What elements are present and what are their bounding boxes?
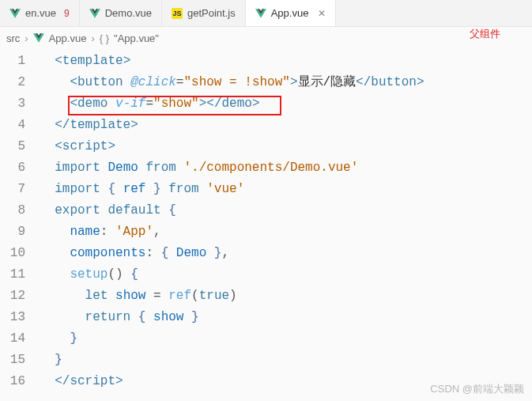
code-line: 7 import { ref } from 'vue' xyxy=(0,179,532,200)
code-line: 13 return { show } xyxy=(0,307,532,328)
annotation-label: 父组件 xyxy=(470,27,500,41)
tab-badge: 9 xyxy=(64,8,70,19)
line-number: 8 xyxy=(0,200,40,221)
chevron-icon: › xyxy=(91,32,94,44)
vue-icon xyxy=(9,9,21,18)
code-line: 6 import Demo from './components/Demo.vu… xyxy=(0,157,532,179)
line-number: 3 xyxy=(0,93,40,115)
line-number: 5 xyxy=(0,136,40,157)
line-number: 6 xyxy=(0,157,40,179)
watermark: CSDN @前端大颖颖 xyxy=(430,382,524,396)
braces-icon: { } xyxy=(100,32,109,44)
vue-icon xyxy=(255,9,266,18)
code-line: 1 <template> xyxy=(0,51,532,72)
code-line: 12 let show = ref(true) xyxy=(0,286,532,307)
line-number: 10 xyxy=(0,243,40,264)
line-number: 16 xyxy=(0,371,40,392)
tab-en-vue[interactable]: en.vue 9 xyxy=(0,0,80,26)
tab-label: en.vue xyxy=(25,7,56,19)
line-number: 7 xyxy=(0,179,40,200)
breadcrumb-root[interactable]: src xyxy=(6,32,20,44)
code-editor[interactable]: 1 <template> 2 <button @click="show = !s… xyxy=(0,49,532,392)
breadcrumb-file[interactable]: App.vue xyxy=(49,32,87,44)
breadcrumb-symbol[interactable]: "App.vue" xyxy=(114,32,159,44)
line-number: 4 xyxy=(0,115,40,136)
line-number: 15 xyxy=(0,350,40,371)
tab-bar: en.vue 9 Demo.vue JS getPoint.js App.vue… xyxy=(0,0,532,27)
code-line: 3 <demo v-if="show"></demo> xyxy=(0,93,532,115)
line-number: 9 xyxy=(0,221,40,243)
line-number: 1 xyxy=(0,51,40,72)
line-number: 11 xyxy=(0,264,40,286)
js-icon: JS xyxy=(172,8,183,19)
tab-getpoint-js[interactable]: JS getPoint.js xyxy=(162,0,246,26)
tab-label: getPoint.js xyxy=(187,7,236,19)
code-line: 9 name: 'App', xyxy=(0,221,532,243)
code-line: 10 components: { Demo }, xyxy=(0,243,532,264)
close-icon[interactable]: ✕ xyxy=(318,8,326,19)
code-line: 15 } xyxy=(0,350,532,371)
tab-label: Demo.vue xyxy=(105,7,152,19)
code-line: 2 <button @click="show = !show">显示/隐藏</b… xyxy=(0,72,532,93)
vue-icon xyxy=(33,33,44,43)
line-number: 2 xyxy=(0,72,40,93)
code-line: 5 <script> xyxy=(0,136,532,157)
tab-label: App.vue xyxy=(271,7,309,19)
tab-app-vue[interactable]: App.vue ✕ xyxy=(246,0,337,26)
code-line: 8 export default { xyxy=(0,200,532,221)
line-number: 12 xyxy=(0,286,40,307)
tab-demo-vue[interactable]: Demo.vue xyxy=(80,0,162,26)
line-number: 13 xyxy=(0,307,40,328)
code-line: 14 } xyxy=(0,328,532,350)
code-line: 4 </template> xyxy=(0,115,532,136)
code-line: 11 setup() { xyxy=(0,264,532,286)
line-number: 14 xyxy=(0,328,40,350)
breadcrumb: src › App.vue › { } "App.vue" xyxy=(0,27,532,49)
chevron-icon: › xyxy=(25,32,28,44)
vue-icon xyxy=(89,9,100,18)
